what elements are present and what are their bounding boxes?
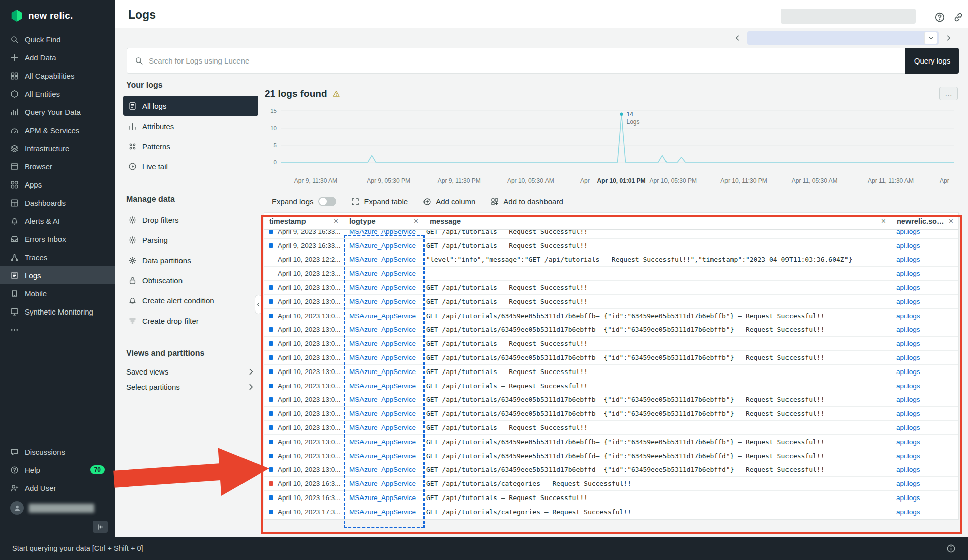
source-cell[interactable]: api.logs <box>892 508 958 516</box>
sidebar-item[interactable]: Mobile <box>0 284 115 302</box>
logtype-cell[interactable]: MSAzure_AppService <box>344 312 425 320</box>
column-header[interactable]: logtype × <box>344 213 425 229</box>
sidebar-footer-item[interactable]: Add User <box>0 479 115 497</box>
table-row[interactable]: April 10, 2023 13:0... MSAzure_AppServic… <box>264 393 958 407</box>
sidebar-item[interactable] <box>0 321 115 339</box>
add-column-button[interactable]: Add column <box>423 197 475 206</box>
source-cell[interactable]: api.logs <box>892 270 958 277</box>
sidebar-item[interactable]: Dashboards <box>0 194 115 212</box>
table-row[interactable]: April 10, 2023 13:0... MSAzure_AppServic… <box>264 351 958 365</box>
remove-column-icon[interactable]: × <box>334 217 338 226</box>
source-cell[interactable]: api.logs <box>892 256 958 263</box>
remove-column-icon[interactable]: × <box>881 217 886 226</box>
panel-item[interactable]: Saved views <box>123 364 258 379</box>
sidebar-item[interactable]: Synthetic Monitoring <box>0 302 115 321</box>
sidebar-item[interactable]: Errors Inbox <box>0 230 115 248</box>
panel-item[interactable]: Create alert condition <box>123 290 258 310</box>
table-row[interactable]: April 10, 2023 13:0... MSAzure_AppServic… <box>264 323 958 337</box>
logtype-cell[interactable]: MSAzure_AppService <box>344 242 425 250</box>
source-cell[interactable]: api.logs <box>892 424 958 431</box>
source-cell[interactable]: api.logs <box>892 466 958 473</box>
expand-table-button[interactable]: Expand table <box>351 197 408 206</box>
logtype-cell[interactable]: MSAzure_AppService <box>344 298 425 305</box>
help-icon[interactable] <box>934 12 945 23</box>
source-cell[interactable]: api.logs <box>892 326 958 333</box>
sidebar-item[interactable]: APM & Services <box>0 121 115 139</box>
collapse-panel-handle[interactable] <box>255 295 262 314</box>
logtype-cell[interactable]: MSAzure_AppService <box>344 494 425 502</box>
panel-item[interactable]: Create drop filter <box>123 310 258 331</box>
sidebar-item[interactable]: Add Data <box>0 48 115 67</box>
table-row[interactable]: April 10, 2023 13:0... MSAzure_AppServic… <box>264 337 958 351</box>
add-to-dashboard-button[interactable]: Add to dashboard <box>491 197 563 206</box>
logtype-cell[interactable]: MSAzure_AppService <box>344 256 425 263</box>
source-cell[interactable]: api.logs <box>892 340 958 347</box>
query-logs-button[interactable]: Query logs <box>905 48 959 74</box>
logtype-cell[interactable]: MSAzure_AppService <box>344 480 425 487</box>
panel-item[interactable]: Patterns <box>123 136 258 156</box>
more-options-button[interactable]: … <box>939 87 958 100</box>
logtype-cell[interactable]: MSAzure_AppService <box>344 340 425 347</box>
source-cell[interactable]: api.logs <box>892 284 958 291</box>
time-prev-button[interactable] <box>732 33 743 43</box>
panel-item[interactable]: Drop filters <box>123 210 258 230</box>
table-row[interactable]: April 10, 2023 13:0... MSAzure_AppServic… <box>264 435 958 449</box>
remove-column-icon[interactable]: × <box>414 217 418 226</box>
logtype-cell[interactable]: MSAzure_AppService <box>344 354 425 361</box>
sidebar-item[interactable]: All Capabilities <box>0 67 115 85</box>
sidebar-footer-item[interactable]: Help 70 <box>0 461 115 479</box>
source-cell[interactable]: api.logs <box>892 410 958 417</box>
warning-icon[interactable] <box>332 90 340 98</box>
logtype-cell[interactable]: MSAzure_AppService <box>344 508 425 516</box>
logtype-cell[interactable]: MSAzure_AppService <box>344 452 425 460</box>
collapse-sidebar-button[interactable] <box>93 521 108 533</box>
source-cell[interactable]: api.logs <box>892 230 958 235</box>
sidebar-item[interactable]: Apps <box>0 175 115 194</box>
logs-timeline-chart[interactable]: 05101514Logs Apr 9, 11:30 AMApr 9, 05:30… <box>264 108 959 186</box>
sidebar-item[interactable]: Browser <box>0 157 115 175</box>
panel-item[interactable]: Obfuscation <box>123 270 258 290</box>
redacted-account-picker[interactable] <box>781 9 916 24</box>
table-row[interactable]: April 10, 2023 17:3... MSAzure_AppServic… <box>264 505 958 519</box>
panel-item[interactable]: Select partitions <box>123 379 258 394</box>
table-row[interactable]: April 10, 2023 13:0... MSAzure_AppServic… <box>264 365 958 379</box>
time-next-button[interactable] <box>943 33 954 43</box>
panel-item[interactable]: Attributes <box>123 116 258 136</box>
search-input[interactable] <box>149 56 898 65</box>
table-row[interactable]: April 10, 2023 13:0... MSAzure_AppServic… <box>264 379 958 393</box>
remove-column-icon[interactable]: × <box>949 217 953 226</box>
panel-item[interactable]: Live tail <box>123 156 258 176</box>
source-cell[interactable]: api.logs <box>892 298 958 305</box>
logtype-cell[interactable]: MSAzure_AppService <box>344 438 425 446</box>
logtype-cell[interactable]: MSAzure_AppService <box>344 230 425 235</box>
panel-item[interactable]: All logs <box>123 96 258 116</box>
table-row[interactable]: April 10, 2023 13:0... MSAzure_AppServic… <box>264 421 958 435</box>
table-row[interactable]: April 10, 2023 12:2... MSAzure_AppServic… <box>264 253 958 267</box>
sidebar-item[interactable]: Alerts & AI <box>0 212 115 230</box>
logtype-cell[interactable]: MSAzure_AppService <box>344 326 425 333</box>
sidebar-footer-item[interactable]: Discussions <box>0 443 115 461</box>
permalink-icon[interactable] <box>953 12 964 23</box>
source-cell[interactable]: api.logs <box>892 382 958 390</box>
logtype-cell[interactable]: MSAzure_AppService <box>344 466 425 473</box>
logtype-cell[interactable]: MSAzure_AppService <box>344 270 425 277</box>
column-header[interactable]: message × <box>425 213 892 229</box>
source-cell[interactable]: api.logs <box>892 242 958 250</box>
redacted-time-range-picker[interactable] <box>747 31 939 45</box>
user-account-row[interactable] <box>0 497 115 519</box>
logtype-cell[interactable]: MSAzure_AppService <box>344 284 425 291</box>
logtype-cell[interactable]: MSAzure_AppService <box>344 368 425 376</box>
expand-logs-toggle[interactable] <box>318 197 336 206</box>
table-row[interactable]: April 10, 2023 13:0... MSAzure_AppServic… <box>264 449 958 463</box>
table-row[interactable]: April 10, 2023 12:3... MSAzure_AppServic… <box>264 267 958 281</box>
table-row[interactable]: April 9, 2023 16:33... MSAzure_AppServic… <box>264 230 958 239</box>
panel-item[interactable]: Parsing <box>123 230 258 250</box>
column-header[interactable]: timestamp × <box>264 213 344 229</box>
logtype-cell[interactable]: MSAzure_AppService <box>344 410 425 417</box>
table-row[interactable]: April 9, 2023 16:33... MSAzure_AppServic… <box>264 239 958 253</box>
table-row[interactable]: April 10, 2023 16:3... MSAzure_AppServic… <box>264 477 958 491</box>
sidebar-item[interactable]: Quick Find <box>0 30 115 48</box>
sidebar-item[interactable]: Traces <box>0 248 115 266</box>
panel-item[interactable]: Data partitions <box>123 250 258 270</box>
brand[interactable]: new relic. <box>0 0 115 28</box>
